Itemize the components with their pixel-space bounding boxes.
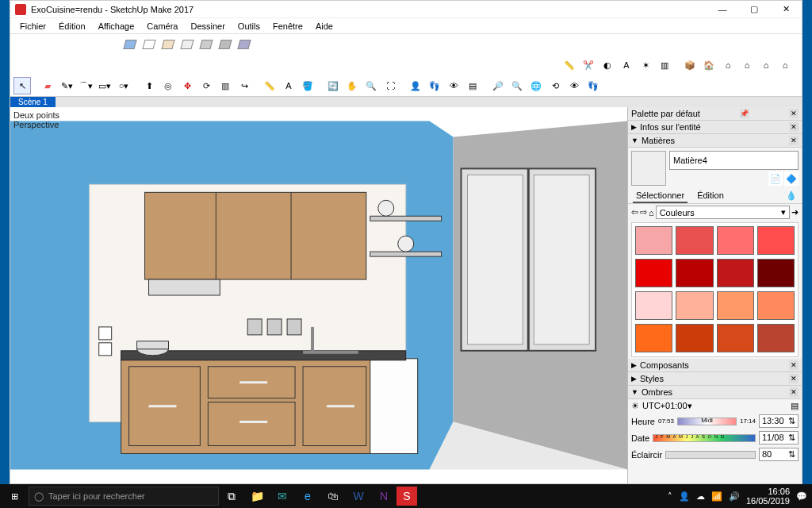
house3-icon[interactable]: ⌂: [757, 56, 775, 74]
tray-up-icon[interactable]: ˄: [668, 491, 672, 502]
swatch-4[interactable]: [635, 259, 672, 287]
onenote-icon[interactable]: N: [371, 484, 396, 508]
tab-edit[interactable]: Édition: [694, 189, 727, 203]
select-tool-icon[interactable]: ↖: [13, 77, 31, 94]
eraser-icon[interactable]: ▰: [39, 77, 56, 94]
section-icon[interactable]: ▥: [656, 56, 673, 74]
taskbar-clock[interactable]: 16:06 16/05/2019: [746, 487, 790, 506]
house-icon[interactable]: ⌂: [719, 56, 737, 74]
panel-default-palette[interactable]: Palette par défaut 📌 ✕: [628, 107, 802, 121]
swatch-9[interactable]: [676, 291, 713, 320]
panel-shadows[interactable]: ▼Ombres✕: [628, 386, 802, 399]
timezone-combo[interactable]: UTC+01:00▾: [642, 401, 722, 411]
menu-edit[interactable]: Édition: [54, 20, 90, 33]
default-material-icon[interactable]: 🔷: [784, 171, 799, 186]
folder-icon[interactable]: 📁: [244, 484, 270, 508]
axes-icon[interactable]: ✶: [637, 56, 654, 74]
palette-close-icon[interactable]: ✕: [789, 109, 799, 118]
house-nav-icon[interactable]: ⌂: [649, 208, 654, 217]
style-mono-icon[interactable]: [178, 36, 196, 53]
zoomext-icon[interactable]: ⛶: [381, 77, 399, 94]
close-button[interactable]: ✕: [770, 1, 802, 18]
lighten-spin[interactable]: 80⇅: [759, 448, 799, 461]
orbit-icon[interactable]: 🔄: [324, 77, 342, 94]
sketchup-task-icon[interactable]: S: [396, 487, 417, 506]
swatch-8[interactable]: [635, 291, 672, 320]
swatch-7[interactable]: [757, 259, 795, 287]
circle-icon[interactable]: ○▾: [115, 77, 132, 94]
text2-icon[interactable]: A: [280, 77, 297, 94]
zoomwin-icon[interactable]: 🔍: [508, 77, 526, 94]
panel-components[interactable]: ▶Composants✕: [628, 359, 802, 372]
start-button[interactable]: ⊞: [0, 484, 29, 508]
swatch-2[interactable]: [717, 226, 754, 255]
swatch-13[interactable]: [676, 324, 713, 352]
panel-materials[interactable]: ▼Matières✕: [628, 134, 802, 148]
date-slider[interactable]: J F M A M J J A S O N D: [653, 434, 756, 442]
move-icon[interactable]: ✥: [178, 77, 196, 94]
house4-icon[interactable]: ⌂: [776, 56, 794, 74]
rect-icon[interactable]: ▭▾: [96, 77, 113, 94]
pushpull-icon[interactable]: ⬆: [140, 77, 158, 94]
swatch-15[interactable]: [757, 324, 795, 352]
search-icon[interactable]: 🔎: [489, 77, 507, 94]
date-spin[interactable]: 11/08⇅: [759, 431, 799, 444]
style-shaded-icon[interactable]: [121, 36, 139, 53]
swatch-11[interactable]: [757, 291, 795, 320]
minimize-button[interactable]: —: [707, 1, 738, 18]
offset-icon[interactable]: ◎: [159, 77, 177, 94]
sect2-icon[interactable]: ▤: [464, 77, 481, 94]
style-wireframe-icon[interactable]: [140, 36, 158, 53]
pan-icon[interactable]: ✋: [343, 77, 361, 94]
detail-icon[interactable]: ➜: [791, 207, 799, 217]
menu-window[interactable]: Fenêtre: [268, 20, 308, 33]
eye-icon[interactable]: 👁: [565, 77, 583, 94]
nav-fwd-icon[interactable]: ⇨: [640, 207, 647, 217]
tape-icon[interactable]: 📏: [561, 56, 578, 74]
followme-icon[interactable]: ↪: [236, 77, 253, 94]
create-material-icon[interactable]: 📄: [768, 171, 783, 186]
menu-draw[interactable]: Dessiner: [186, 20, 229, 33]
prev-icon[interactable]: ⟲: [546, 77, 564, 94]
mail-icon[interactable]: ✉: [270, 484, 295, 508]
swatch-14[interactable]: [717, 324, 754, 352]
store-icon[interactable]: 🛍: [320, 484, 346, 508]
menu-file[interactable]: Fichier: [15, 20, 51, 33]
swatch-1[interactable]: [676, 226, 713, 255]
swatch-3[interactable]: [757, 226, 795, 255]
edge-icon[interactable]: e: [295, 484, 320, 508]
text-icon[interactable]: A: [618, 56, 635, 74]
swatch-10[interactable]: [717, 291, 754, 320]
tray-cloud-icon[interactable]: ☁: [696, 491, 705, 502]
tape2-icon[interactable]: 📏: [261, 77, 278, 94]
look-icon[interactable]: 👁: [445, 77, 462, 94]
shadow-detail-icon[interactable]: ▤: [791, 401, 799, 411]
style-xray-icon[interactable]: [216, 36, 234, 53]
tray-people-icon[interactable]: 👤: [679, 491, 690, 502]
word-icon[interactable]: W: [346, 484, 371, 508]
scene-tab-1[interactable]: Scène 1: [10, 97, 56, 107]
panel-styles[interactable]: ▶Styles✕: [628, 372, 802, 386]
arc-icon[interactable]: ⌒▾: [77, 77, 94, 94]
pin-icon[interactable]: 📌: [740, 109, 749, 118]
swatch-12[interactable]: [635, 324, 672, 352]
globe-icon[interactable]: 🌐: [527, 77, 545, 94]
pers-icon[interactable]: 👤: [407, 77, 424, 94]
panel-entity-info[interactable]: ▶Infos sur l'entité✕: [628, 121, 802, 134]
tab-select[interactable]: Sélectionner: [633, 189, 688, 203]
lighten-slider[interactable]: [665, 451, 756, 459]
scale-icon[interactable]: ▥: [216, 77, 234, 94]
viewport[interactable]: Deux points Perspective: [10, 107, 627, 483]
heure-spin[interactable]: 13:30⇅: [759, 414, 799, 428]
paint-icon[interactable]: 🪣: [299, 77, 316, 94]
protractor-icon[interactable]: ◐: [599, 56, 616, 74]
tray-wifi-icon[interactable]: 📶: [711, 491, 722, 502]
taskview-icon[interactable]: ⧉: [219, 484, 244, 508]
style-texture-icon[interactable]: [197, 36, 215, 53]
nav-back-icon[interactable]: ⇦: [631, 207, 638, 217]
tray-sound-icon[interactable]: 🔊: [729, 491, 740, 502]
material-category-combo[interactable]: Couleurs▾: [656, 206, 790, 219]
shadow-toggle-icon[interactable]: ☀: [631, 401, 639, 411]
zoom-icon[interactable]: 🔍: [362, 77, 380, 94]
swatch-0[interactable]: [635, 226, 672, 255]
